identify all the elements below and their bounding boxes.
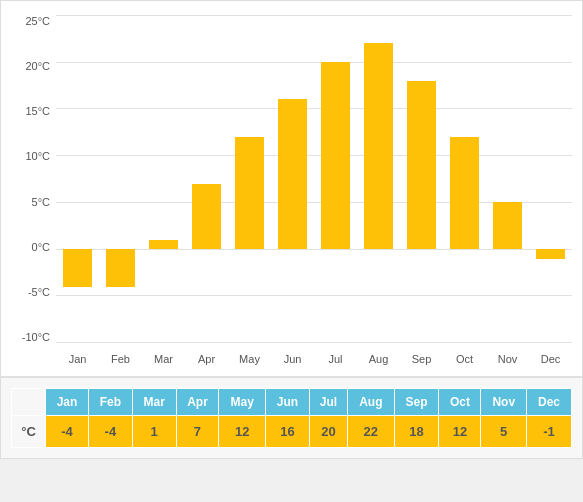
x-label-jul: Jul	[314, 347, 357, 371]
td-oct: 12	[439, 416, 481, 448]
th-feb: Feb	[88, 389, 132, 416]
bar-nov	[493, 202, 522, 249]
th-sep: Sep	[394, 389, 439, 416]
td-feb: -4	[88, 416, 132, 448]
td-jul: 20	[309, 416, 347, 448]
y-label-0: 0°C	[32, 241, 50, 253]
th-apr: Apr	[176, 389, 219, 416]
th-dec: Dec	[527, 389, 572, 416]
th-jan: Jan	[46, 389, 89, 416]
x-labels: JanFebMarAprMayJunJulAugSepOctNovDec	[56, 347, 572, 371]
table-empty-header	[12, 389, 46, 416]
bar-group-sep	[400, 15, 443, 343]
x-label-apr: Apr	[185, 347, 228, 371]
bar-dec	[536, 249, 565, 258]
th-mar: Mar	[132, 389, 176, 416]
x-label-mar: Mar	[142, 347, 185, 371]
bar-group-jun	[271, 15, 314, 343]
x-label-sep: Sep	[400, 347, 443, 371]
th-jun: Jun	[266, 389, 310, 416]
y-label-neg5: -5°C	[28, 286, 50, 298]
bar-jan	[63, 249, 92, 286]
bar-group-oct	[443, 15, 486, 343]
bar-group-nov	[486, 15, 529, 343]
td-sep: 18	[394, 416, 439, 448]
chart-wrapper: 25°C 20°C 15°C 10°C 5°C 0°C -5°C -10°C	[11, 11, 572, 371]
bar-group-jul	[314, 15, 357, 343]
bar-jul	[321, 62, 350, 249]
bar-group-dec	[529, 15, 572, 343]
table-header-row: JanFebMarAprMayJunJulAugSepOctNovDec	[12, 389, 572, 416]
bar-group-mar	[142, 15, 185, 343]
bar-apr	[192, 184, 221, 250]
td-nov: 5	[481, 416, 527, 448]
y-label-neg10: -10°C	[22, 331, 50, 343]
chart-area: 25°C 20°C 15°C 10°C 5°C 0°C -5°C -10°C	[1, 1, 582, 376]
x-label-nov: Nov	[486, 347, 529, 371]
chart-inner: JanFebMarAprMayJunJulAugSepOctNovDec	[56, 11, 572, 371]
y-label-10: 10°C	[25, 150, 50, 162]
y-label-15: 15°C	[25, 105, 50, 117]
x-label-jan: Jan	[56, 347, 99, 371]
x-label-aug: Aug	[357, 347, 400, 371]
y-label-25: 25°C	[25, 15, 50, 27]
bar-group-may	[228, 15, 271, 343]
data-table: JanFebMarAprMayJunJulAugSepOctNovDec °C …	[11, 388, 572, 448]
table-area: JanFebMarAprMayJunJulAugSepOctNovDec °C …	[1, 376, 582, 458]
bar-feb	[106, 249, 135, 286]
x-label-jun: Jun	[271, 347, 314, 371]
td-may: 12	[219, 416, 266, 448]
unit-label: °C	[12, 416, 46, 448]
th-aug: Aug	[347, 389, 394, 416]
bar-jun	[278, 99, 307, 249]
th-nov: Nov	[481, 389, 527, 416]
th-jul: Jul	[309, 389, 347, 416]
y-axis: 25°C 20°C 15°C 10°C 5°C 0°C -5°C -10°C	[11, 11, 56, 371]
x-label-dec: Dec	[529, 347, 572, 371]
bar-group-apr	[185, 15, 228, 343]
th-may: May	[219, 389, 266, 416]
bar-may	[235, 137, 264, 249]
bar-group-jan	[56, 15, 99, 343]
td-mar: 1	[132, 416, 176, 448]
table-value-row: °C -4-4171216202218125-1	[12, 416, 572, 448]
bar-sep	[407, 81, 436, 250]
td-dec: -1	[527, 416, 572, 448]
td-aug: 22	[347, 416, 394, 448]
td-jun: 16	[266, 416, 310, 448]
bar-oct	[450, 137, 479, 249]
bar-aug	[364, 43, 393, 249]
x-label-feb: Feb	[99, 347, 142, 371]
bar-mar	[149, 240, 178, 249]
td-jan: -4	[46, 416, 89, 448]
bar-group-feb	[99, 15, 142, 343]
td-apr: 7	[176, 416, 219, 448]
y-label-5: 5°C	[32, 196, 50, 208]
main-container: 25°C 20°C 15°C 10°C 5°C 0°C -5°C -10°C	[0, 0, 583, 459]
x-label-oct: Oct	[443, 347, 486, 371]
y-label-20: 20°C	[25, 60, 50, 72]
bar-group-aug	[357, 15, 400, 343]
x-label-may: May	[228, 347, 271, 371]
th-oct: Oct	[439, 389, 481, 416]
bars-container	[56, 15, 572, 343]
